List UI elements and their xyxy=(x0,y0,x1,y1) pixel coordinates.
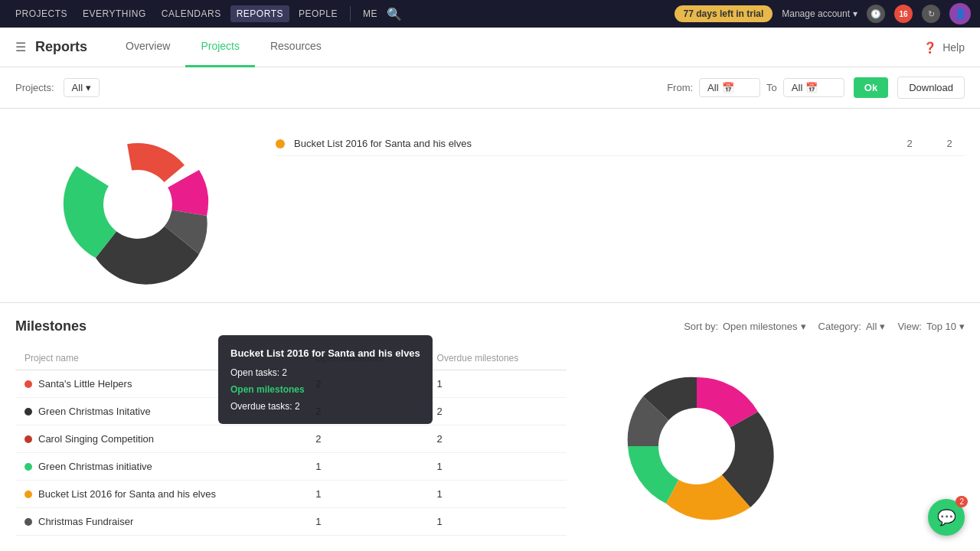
col-overdue-milestones: Overdue milestones xyxy=(428,347,567,370)
projects-filter-label: Projects: xyxy=(15,82,54,93)
tooltip-open-milestones: Open milestones xyxy=(230,382,420,399)
project-dot xyxy=(24,408,32,416)
nav-people[interactable]: PEOPLE xyxy=(292,5,344,22)
help-button[interactable]: ❓ Help xyxy=(923,41,965,54)
nav-divider xyxy=(350,6,351,21)
legend-dot xyxy=(276,139,285,148)
view-control[interactable]: View: Top 10 ▾ xyxy=(897,321,965,332)
calendar-icon: 📅 xyxy=(722,82,734,93)
overdue-milestones-val: 2 xyxy=(428,425,567,453)
project-dot xyxy=(24,380,32,388)
search-icon[interactable]: 🔍 xyxy=(387,7,402,21)
project-dot xyxy=(24,463,32,471)
hamburger-icon[interactable]: ☰ xyxy=(15,40,26,54)
legend-col1: 2 xyxy=(894,138,925,149)
from-date-input[interactable]: All 📅 xyxy=(699,78,760,97)
overdue-milestones-val: 1 xyxy=(428,508,567,536)
help-icon: ❓ xyxy=(923,41,936,54)
legend-name: Bucket List 2016 for Santa and his elves xyxy=(294,138,885,149)
sort-by-control[interactable]: Sort by: Open milestones ▾ xyxy=(684,321,805,332)
svg-point-1 xyxy=(658,408,735,484)
category-label: Category: xyxy=(818,321,861,332)
legend-item-bucket: Bucket List 2016 for Santa and his elves… xyxy=(276,132,965,156)
category-control[interactable]: Category: All ▾ xyxy=(818,321,886,332)
project-name: Green Christmas initiative xyxy=(38,461,152,472)
tab-resources[interactable]: Resources xyxy=(255,28,337,67)
top-nav-right: 77 days left in trial Manage account ▾ 🕐… xyxy=(675,3,971,24)
history-icon[interactable]: 🕐 xyxy=(867,5,885,23)
project-dot xyxy=(24,491,32,498)
milestones-title: Milestones xyxy=(15,318,87,334)
milestones-controls: Sort by: Open milestones ▾ Category: All… xyxy=(684,321,965,332)
refresh-icon[interactable]: ↻ xyxy=(922,5,940,23)
calendar-icon: 📅 xyxy=(805,82,818,93)
project-name-cell: Christmas Fundraiser xyxy=(15,508,306,536)
tab-projects[interactable]: Projects xyxy=(185,28,255,67)
trial-badge: 77 days left in trial xyxy=(675,5,773,22)
chevron-down-icon: ▾ xyxy=(853,8,858,19)
legend-col2: 2 xyxy=(934,138,965,149)
tab-overview[interactable]: Overview xyxy=(110,28,185,67)
overdue-milestones-val: 1 xyxy=(428,453,567,481)
category-dropdown[interactable]: All ▾ xyxy=(866,321,885,332)
sort-by-dropdown[interactable]: Open milestones ▾ xyxy=(723,321,806,332)
milestones-section: Milestones Sort by: Open milestones ▾ Ca… xyxy=(0,303,980,551)
nav-me[interactable]: ME xyxy=(357,5,384,22)
project-name-cell: Green Christmas initiative xyxy=(15,453,306,481)
overdue-milestones-val: 1 xyxy=(428,481,567,508)
project-dot xyxy=(24,435,32,443)
chat-button[interactable]: 💬 2 xyxy=(928,499,965,536)
project-name-cell: Carol Singing Competition xyxy=(15,425,306,453)
ok-button[interactable]: Ok xyxy=(854,77,888,98)
chevron-down-icon: ▾ xyxy=(959,321,965,332)
table-row: Green Christmas initiative 1 1 xyxy=(15,453,567,481)
nav-projects[interactable]: PROJECTS xyxy=(9,5,74,22)
from-label: From: xyxy=(667,82,693,93)
view-label: View: xyxy=(897,321,922,332)
download-button[interactable]: Download xyxy=(897,77,965,99)
chat-icon: 💬 xyxy=(937,508,956,527)
manage-account[interactable]: Manage account ▾ xyxy=(782,8,858,19)
top-navigation: PROJECTS EVERYTHING CALENDARS REPORTS PE… xyxy=(0,0,980,28)
svg-point-0 xyxy=(103,170,172,239)
nav-reports[interactable]: REPORTS xyxy=(230,5,289,22)
open-milestones-val: 1 xyxy=(306,453,427,481)
date-filter-area: From: All 📅 To All 📅 Ok Download xyxy=(667,77,965,99)
chevron-down-icon: ▾ xyxy=(86,82,91,93)
nav-calendars[interactable]: CALENDARS xyxy=(155,5,227,22)
chevron-down-icon: ▾ xyxy=(801,321,806,332)
overdue-milestones-val: 2 xyxy=(428,398,567,425)
date-range: From: All 📅 To All 📅 xyxy=(667,78,844,97)
tooltip-open-tasks: Open tasks: 2 xyxy=(230,365,420,382)
project-dot xyxy=(24,518,32,526)
milestones-header: Milestones Sort by: Open milestones ▾ Ca… xyxy=(15,318,965,334)
table-row: Carol Singing Competition 2 2 xyxy=(15,425,567,453)
to-date-input[interactable]: All 📅 xyxy=(783,78,844,97)
table-row: Bucket List 2016 for Santa and his elves… xyxy=(15,481,567,508)
open-milestones-val: 1 xyxy=(306,508,427,536)
filter-bar: Projects: All ▾ From: All 📅 To All 📅 Ok … xyxy=(0,67,980,109)
milestones-body: Project name Open milestones Overdue mil… xyxy=(15,347,965,548)
sub-nav-tabs: Overview Projects Resources xyxy=(110,28,337,67)
top-section: Bucket List 2016 for Santa and his elves… xyxy=(0,109,980,303)
avatar[interactable]: 👤 xyxy=(949,3,971,24)
project-name: Green Christmas Initative xyxy=(38,406,151,417)
project-name-cell: Bucket List 2016 for Santa and his elves xyxy=(15,481,306,508)
open-milestones-val: 2 xyxy=(306,425,427,453)
top-donut-chart xyxy=(15,124,260,287)
nav-everything[interactable]: EVERYTHING xyxy=(77,5,152,22)
chevron-down-icon: ▾ xyxy=(880,321,885,332)
main-content: Bucket List 2016 for Santa and his elves… xyxy=(0,109,980,551)
notifications-icon[interactable]: 16 xyxy=(894,5,913,23)
sort-by-label: Sort by: xyxy=(684,321,718,332)
overdue-milestones-val: 1 xyxy=(428,370,567,398)
view-dropdown[interactable]: Top 10 ▾ xyxy=(926,321,965,332)
table-row: Christmas Fundraiser 1 1 xyxy=(15,508,567,536)
tooltip-overdue-tasks: Overdue tasks: 2 xyxy=(230,399,420,416)
projects-filter-select[interactable]: All ▾ xyxy=(64,78,100,97)
tooltip-title: Bucket List 2016 for Santa and his elves xyxy=(230,344,420,362)
to-label: To xyxy=(766,82,777,93)
page-title: Reports xyxy=(35,39,87,55)
open-milestones-val: 1 xyxy=(306,481,427,508)
project-name: Carol Singing Competition xyxy=(38,433,154,445)
